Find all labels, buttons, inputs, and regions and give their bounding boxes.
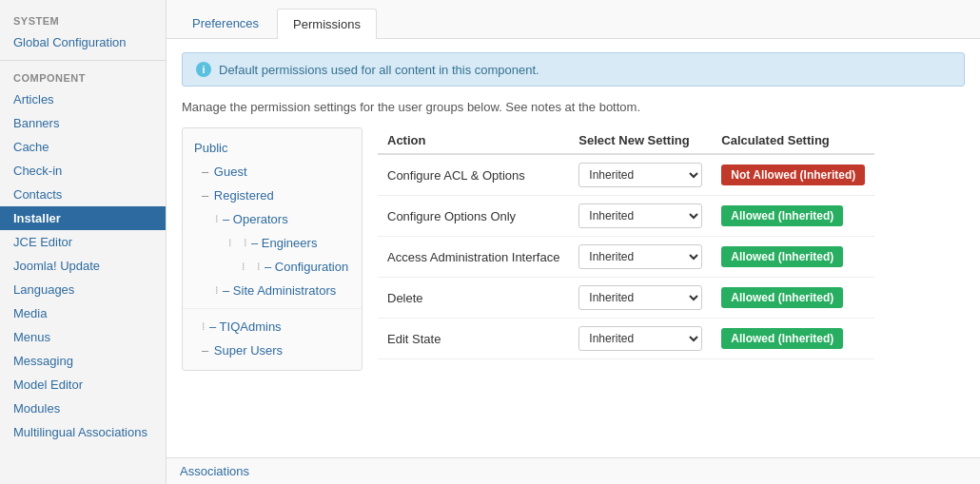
badge-cell: Allowed (Inherited) <box>712 319 874 359</box>
group-tree-item-site-administrators[interactable]: ⁞ – Site Administrators <box>183 279 362 302</box>
group-tree-item-guest[interactable]: – Guest <box>183 160 362 184</box>
bottom-nav: Associations <box>167 457 980 484</box>
col-action: Action <box>378 127 569 154</box>
status-badge: Allowed (Inherited) <box>721 287 843 308</box>
group-tree-item-configuration[interactable]: ⁞ ⁞ – Configuration <box>183 255 362 279</box>
badge-cell: Allowed (Inherited) <box>712 196 874 237</box>
info-icon: i <box>196 62 211 77</box>
tab-permissions[interactable]: Permissions <box>277 9 377 39</box>
description-text: Manage the permission settings for the u… <box>182 100 965 114</box>
group-tree-item-public[interactable]: Public <box>183 136 362 160</box>
two-column-layout: Public – Guest – Registered ⁞ – Operator… <box>182 127 965 371</box>
bottom-nav-associations[interactable]: Associations <box>180 464 249 478</box>
group-tree-item-operators[interactable]: ⁞ – Operators <box>183 207 362 231</box>
sidebar-item-articles[interactable]: Articles <box>0 87 166 111</box>
action-cell: Delete <box>378 278 569 319</box>
table-row: DeleteInheritedAllowedDeniedAllowed (Inh… <box>378 278 874 319</box>
table-row: Configure Options OnlyInheritedAllowedDe… <box>378 196 874 237</box>
status-badge: Allowed (Inherited) <box>721 246 843 267</box>
sidebar-item-cache[interactable]: Cache <box>0 135 166 159</box>
sidebar-section-system: SYSTEM <box>0 10 166 30</box>
group-tree-divider <box>183 308 362 309</box>
permission-select[interactable]: InheritedAllowedDenied <box>578 203 702 228</box>
sidebar-item-languages[interactable]: Languages <box>0 278 166 301</box>
permissions-table-wrapper: Action Select New Setting Calculated Set… <box>378 127 965 371</box>
status-badge: Not Allowed (Inherited) <box>721 165 865 185</box>
sidebar-item-messaging[interactable]: Messaging <box>0 349 166 373</box>
sidebar-item-jce-editor[interactable]: JCE Editor <box>0 230 166 254</box>
info-banner: i Default permissions used for all conte… <box>182 52 965 87</box>
sidebar-item-check-in[interactable]: Check-in <box>0 159 166 183</box>
sidebar-item-model-editor[interactable]: Model Editor <box>0 373 166 397</box>
sidebar-item-joomla-update[interactable]: Joomla! Update <box>0 254 166 278</box>
action-cell: Edit State <box>378 319 569 359</box>
select-cell: InheritedAllowedDenied <box>569 154 712 196</box>
info-banner-text: Default permissions used for all content… <box>219 63 539 77</box>
sidebar-item-media[interactable]: Media <box>0 301 166 325</box>
col-calculated: Calculated Setting <box>712 127 874 154</box>
status-badge: Allowed (Inherited) <box>721 205 843 226</box>
permission-select[interactable]: InheritedAllowedDenied <box>578 163 702 187</box>
permission-select[interactable]: InheritedAllowedDenied <box>578 326 702 351</box>
sidebar-item-global-configuration[interactable]: Global Configuration <box>0 30 166 54</box>
select-cell: InheritedAllowedDenied <box>569 278 712 319</box>
sidebar-item-banners[interactable]: Banners <box>0 111 166 135</box>
tab-preferences[interactable]: Preferences <box>176 8 275 38</box>
permission-select[interactable]: InheritedAllowedDenied <box>578 285 702 310</box>
tabs-bar: Preferences Permissions <box>167 0 980 39</box>
main-content: Preferences Permissions i Default permis… <box>167 0 980 484</box>
group-tree-item-registered[interactable]: – Registered <box>183 184 362 207</box>
badge-cell: Allowed (Inherited) <box>712 278 874 319</box>
table-row: Edit StateInheritedAllowedDeniedAllowed … <box>378 319 874 359</box>
col-select: Select New Setting <box>569 127 712 154</box>
status-badge: Allowed (Inherited) <box>721 328 843 349</box>
sidebar-item-multilingual-associations[interactable]: Multilingual Associations <box>0 420 166 444</box>
content-area: i Default permissions used for all conte… <box>167 39 980 457</box>
action-cell: Configure ACL & Options <box>378 154 569 196</box>
table-row: Access Administration InterfaceInherited… <box>378 237 874 278</box>
sidebar-section-component: COMPONENT <box>0 67 166 87</box>
select-cell: InheritedAllowedDenied <box>569 319 712 359</box>
badge-cell: Allowed (Inherited) <box>712 237 874 278</box>
permission-select[interactable]: InheritedAllowedDenied <box>578 244 702 269</box>
badge-cell: Not Allowed (Inherited) <box>712 154 874 196</box>
group-tree-item-tiqadmins[interactable]: ⁞ – TIQAdmins <box>183 315 362 339</box>
sidebar: SYSTEM Global Configuration COMPONENT Ar… <box>0 0 167 484</box>
group-tree-item-engineers[interactable]: ⁞ ⁞ – Engineers <box>183 231 362 255</box>
table-row: Configure ACL & OptionsInheritedAllowedD… <box>378 154 874 196</box>
sidebar-divider <box>0 60 166 61</box>
sidebar-item-menus[interactable]: Menus <box>0 325 166 349</box>
sidebar-item-installer[interactable]: Installer <box>0 206 166 230</box>
group-tree: Public – Guest – Registered ⁞ – Operator… <box>182 127 363 371</box>
sidebar-item-contacts[interactable]: Contacts <box>0 183 166 206</box>
select-cell: InheritedAllowedDenied <box>569 196 712 237</box>
select-cell: InheritedAllowedDenied <box>569 237 712 278</box>
group-tree-item-super-users[interactable]: – Super Users <box>183 339 362 362</box>
action-cell: Access Administration Interface <box>378 237 569 278</box>
action-cell: Configure Options Only <box>378 196 569 237</box>
permissions-table: Action Select New Setting Calculated Set… <box>378 127 874 359</box>
sidebar-item-modules[interactable]: Modules <box>0 397 166 420</box>
